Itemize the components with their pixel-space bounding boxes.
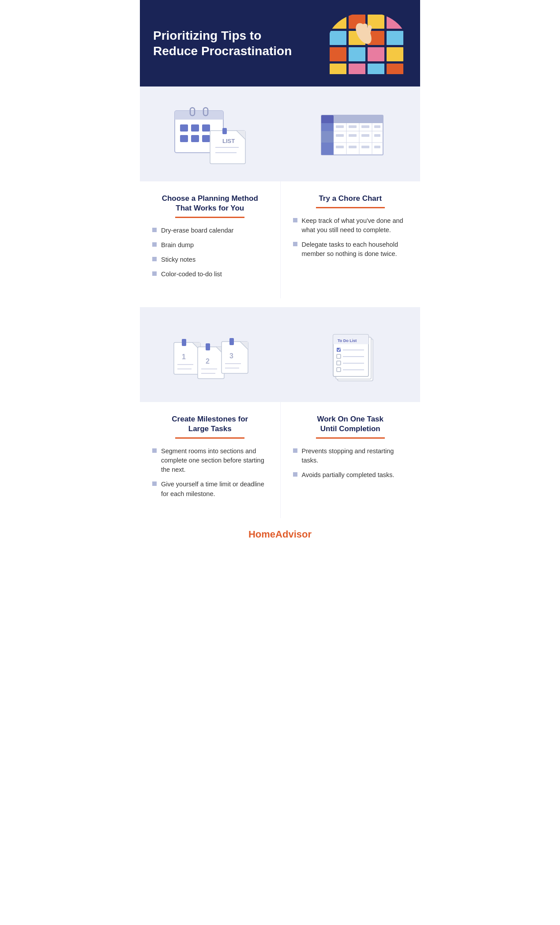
- svg-rect-12: [387, 47, 403, 61]
- svg-rect-15: [368, 64, 384, 74]
- svg-rect-51: [349, 125, 357, 128]
- svg-text:2: 2: [206, 357, 210, 365]
- bullet-icon: [152, 228, 157, 232]
- svg-rect-60: [361, 146, 369, 148]
- footer: HomeAdvisor: [140, 518, 420, 551]
- svg-rect-16: [387, 64, 403, 74]
- section1-title-text: Choose a Planning Method That Works for …: [162, 194, 258, 212]
- bullet-icon: [152, 481, 157, 486]
- section4-bullets: Prevents stopping and restarting tasks.A…: [293, 447, 408, 480]
- svg-rect-10: [349, 47, 365, 61]
- svg-rect-53: [374, 125, 380, 128]
- svg-text:LIST: LIST: [222, 138, 235, 144]
- svg-text:1: 1: [182, 353, 186, 361]
- milestones-illustration: 1 2 3: [140, 307, 280, 402]
- svg-text:3: 3: [229, 352, 233, 360]
- svg-rect-26: [180, 124, 188, 132]
- svg-rect-5: [330, 31, 346, 45]
- section1-bullets: Dry-erase board calendarBrain dumpSticky…: [152, 226, 268, 279]
- bullet-icon: [293, 242, 297, 246]
- svg-rect-4: [387, 15, 403, 29]
- chore-chart-illustration: [280, 86, 421, 181]
- footer-logo: HomeAdvisor: [150, 529, 410, 540]
- list-item: Give yourself a time limit or deadline f…: [152, 480, 268, 498]
- header-title: Prioritizing Tips to Reduce Procrastinat…: [153, 28, 293, 59]
- svg-rect-14: [349, 64, 365, 74]
- section3-title: Create Milestones for Large Tasks: [152, 414, 268, 434]
- chore-chart-svg: [306, 100, 394, 168]
- bullet-icon: [152, 271, 157, 276]
- svg-rect-30: [191, 135, 199, 142]
- section1-title: Choose a Planning Method That Works for …: [152, 194, 268, 213]
- list-item: Segment rooms into sections and complete…: [152, 447, 268, 474]
- svg-text:To Do List: To Do List: [338, 338, 357, 343]
- svg-rect-57: [374, 134, 380, 137]
- section4-content: Work On One Task Until Completion Preven…: [280, 402, 421, 518]
- svg-rect-11: [368, 47, 384, 61]
- section2-rule: [316, 207, 385, 208]
- list-item: Avoids partially completed tasks.: [293, 470, 408, 480]
- list-item: Sticky notes: [152, 255, 268, 264]
- svg-rect-23: [175, 115, 223, 120]
- divider1: [140, 298, 420, 307]
- svg-rect-54: [336, 134, 344, 137]
- section2-title: Try a Chore Chart: [293, 194, 408, 203]
- bullet-icon: [293, 448, 297, 453]
- svg-rect-13: [330, 64, 346, 74]
- svg-rect-1: [330, 15, 346, 29]
- svg-rect-58: [336, 146, 344, 148]
- footer-logo-advisor: Advisor: [275, 529, 312, 540]
- footer-logo-home: Home: [248, 529, 275, 540]
- milestones-svg: 1 2 3: [166, 320, 254, 389]
- list-item: Dry-erase board calendar: [152, 226, 268, 235]
- header-illustration: [327, 12, 407, 74]
- list-item: Keep track of what you've done and what …: [293, 216, 408, 235]
- svg-rect-76: [222, 342, 248, 373]
- bullet-icon: [293, 472, 297, 477]
- bullet-icon: [152, 257, 157, 261]
- svg-rect-46: [321, 143, 334, 155]
- section4-title: Work On One Task Until Completion: [293, 414, 408, 434]
- section3-bullets: Segment rooms into sections and complete…: [152, 447, 268, 498]
- svg-rect-8: [387, 31, 403, 45]
- bullet-icon: [152, 242, 157, 247]
- list-item: Prevents stopping and restarting tasks.: [293, 447, 408, 465]
- sticky-notes-svg: [327, 12, 407, 74]
- svg-rect-41: [334, 115, 383, 123]
- calendar-illustration: LIST: [140, 86, 280, 181]
- todo-list-illustration: To Do List: [280, 307, 421, 402]
- bullet-icon: [293, 218, 297, 222]
- top-grid: LIST: [140, 86, 420, 181]
- svg-rect-69: [198, 347, 224, 379]
- svg-rect-59: [349, 146, 357, 148]
- svg-rect-27: [191, 124, 199, 132]
- bullet-icon: [152, 448, 157, 453]
- bottom-grid: 1 2 3: [140, 307, 420, 402]
- svg-rect-61: [374, 146, 380, 148]
- todo-list-svg: To Do List: [306, 320, 394, 389]
- svg-rect-9: [330, 47, 346, 61]
- section2-content: Try a Chore Chart Keep track of what you…: [280, 181, 421, 298]
- list-item: Brain dump: [152, 241, 268, 250]
- svg-rect-82: [229, 338, 234, 345]
- section3-content: Create Milestones for Large Tasks Segmen…: [140, 402, 280, 518]
- text-row-2: Create Milestones for Large Tasks Segmen…: [140, 402, 420, 518]
- section4-rule: [316, 437, 385, 439]
- svg-rect-31: [202, 135, 210, 142]
- svg-rect-56: [361, 134, 369, 137]
- svg-rect-62: [174, 342, 200, 374]
- section1-rule: [175, 217, 244, 218]
- section4-title-text: Work On One Task Until Completion: [317, 415, 383, 433]
- svg-rect-55: [349, 134, 357, 137]
- section3-title-text: Create Milestones for Large Tasks: [172, 415, 248, 433]
- section3-rule: [175, 437, 244, 439]
- header: Prioritizing Tips to Reduce Procrastinat…: [140, 0, 420, 86]
- svg-rect-44: [321, 123, 334, 131]
- svg-rect-45: [321, 131, 334, 143]
- section1-content: Choose a Planning Method That Works for …: [140, 181, 280, 298]
- text-row-1: Choose a Planning Method That Works for …: [140, 181, 420, 298]
- svg-rect-50: [336, 125, 344, 128]
- section2-bullets: Keep track of what you've done and what …: [293, 216, 408, 259]
- svg-rect-68: [182, 339, 186, 346]
- calendar-list-svg: LIST: [166, 100, 254, 168]
